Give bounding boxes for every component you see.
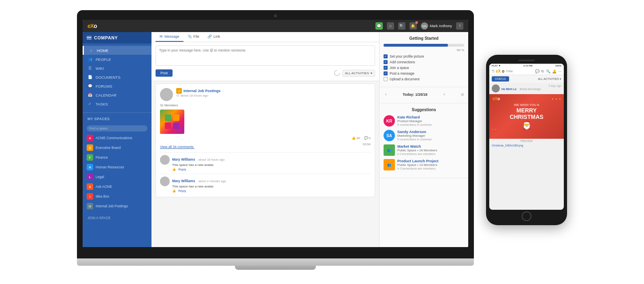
laptop-camera <box>274 14 277 17</box>
space-idea-box[interactable]: I Idea Box <box>83 191 151 201</box>
post-button[interactable]: Post <box>156 69 173 77</box>
suggestion-name[interactable]: Sandy Anderson <box>397 130 432 134</box>
christmas-text: WE WISH YOU A MERRY CHRISTMAS <box>510 103 543 120</box>
phone-home-button[interactable] <box>522 211 531 221</box>
activity-author: Internal Job Postings <box>183 89 221 93</box>
nav-item-people[interactable]: 👥 PEOPLE <box>83 55 151 64</box>
refresh-icon[interactable] <box>333 69 341 77</box>
chat-icon[interactable]: 💬 <box>375 22 383 30</box>
space-avatar: E <box>87 144 93 151</box>
nav-item-wiki[interactable]: ☰ WIKI <box>83 64 151 73</box>
tab-message[interactable]: ✉ Message <box>156 32 183 42</box>
checklist-item: Upload a document <box>384 77 464 81</box>
suggestion-name[interactable]: Product Launch Project <box>397 159 439 163</box>
phone-more-icon[interactable]: ··· <box>558 69 561 73</box>
space-avatar: L <box>87 174 93 180</box>
phone-tribe-label: Tribe <box>505 69 513 73</box>
app-body: COMPANY ⌂ HOME 👥 PEOPLE <box>83 32 468 247</box>
tab-link[interactable]: 🔗 Link <box>203 32 224 42</box>
like-icon: 👍 <box>352 136 356 140</box>
phone-bell-icon[interactable]: 🔔 <box>552 69 557 73</box>
activities-filter[interactable]: ALL ACTIVITIES ▾ <box>342 70 375 77</box>
user-name: Mark Anthony <box>430 24 452 28</box>
space-hr[interactable]: H Human Resources <box>83 162 151 172</box>
space-internal-job[interactable]: IJ Internal Job Postings <box>83 201 151 211</box>
space-executive-board[interactable]: E Executive Board <box>83 143 151 153</box>
getting-started-title: Getting Started <box>384 36 464 41</box>
space-avatar: IJ <box>87 203 93 209</box>
phone-topbar: ☰ eXo Tribe 💬 ↻ 🔍 🔔 ··· <box>489 68 564 75</box>
suggestion-name[interactable]: Market Watch <box>397 144 437 148</box>
help-icon[interactable]: ? <box>456 22 463 30</box>
phone-post-space: Brand and Design <box>520 88 541 90</box>
checklist-label: Post a message <box>390 71 414 75</box>
phone-feed: Ha Minh Le · Brand and Design 3 days ago… <box>489 83 564 210</box>
tab-file[interactable]: 📎 File <box>183 32 204 42</box>
exo-watermark: eXo <box>493 97 500 101</box>
comments-count: 32/34 <box>363 142 371 146</box>
nav-item-tasks[interactable]: ✓ TASKS <box>83 99 151 108</box>
search-icon[interactable]: 🔍 <box>398 22 405 30</box>
nav-item-label: WIKI <box>96 66 104 71</box>
calendar-grid-icon[interactable]: ⊞ <box>461 93 464 97</box>
phone-hamburger[interactable]: ☰ <box>492 69 495 73</box>
merry-text: MERRY <box>510 108 543 114</box>
activity-author-row: IJ Internal Job Postings <box>176 88 371 94</box>
logo-ex: eX <box>87 23 94 29</box>
comment-time: about 2 minutes ago <box>198 179 226 183</box>
phone-filter[interactable]: ALL ACTIVITIES ▾ <box>538 77 561 81</box>
compose-tabs: ✉ Message 📎 File 🔗 Link <box>151 32 379 42</box>
laptop-screen: eXo 💬 ☺ 🔍 🔔 3 MA Mark Anthony <box>77 10 474 258</box>
suggestion-detail: 0 Connections are members <box>397 152 437 156</box>
avatar: MA <box>421 22 428 30</box>
space-search-input[interactable] <box>87 125 147 131</box>
suggestions-title: Suggestions <box>384 108 464 112</box>
tab-link-label: Link <box>213 34 220 39</box>
app-screen: eXo 💬 ☺ 🔍 🔔 3 MA Mark Anthony <box>83 20 468 247</box>
comment-avatar <box>160 176 170 186</box>
phone-tab-status[interactable]: STATUS <box>492 76 509 82</box>
link-tab-icon: 🔗 <box>207 34 212 39</box>
calendar-icon: 📅 <box>87 93 92 97</box>
activity-stats: 👍 34 💬 0 <box>160 136 371 140</box>
space-acme-communications[interactable]: A ACME Communications <box>83 133 151 143</box>
phone-chat-icon[interactable]: 💬 <box>535 69 540 73</box>
space-avatar: I <box>87 193 93 200</box>
comments-count-stat: 0 <box>369 136 371 140</box>
emoji-icon[interactable]: ☺ <box>387 22 394 30</box>
nav-item-forums[interactable]: 💬 FORUMS <box>83 82 151 90</box>
carrier: PLAY ▼ <box>492 65 501 67</box>
compose-body: Post ALL ACTIVITIES ▾ <box>151 42 379 81</box>
suggestion-name[interactable]: Kate Richard <box>397 115 432 119</box>
nav-item-documents[interactable]: 📄 DOCUMENTS <box>83 73 151 82</box>
member-badge: 31 Members <box>160 103 371 107</box>
calendar-prev[interactable]: ‹ <box>384 91 388 97</box>
hamburger-menu[interactable] <box>87 36 92 40</box>
calendar-next[interactable]: › <box>442 91 446 97</box>
logo-o: o <box>94 23 97 29</box>
nav-item-home[interactable]: ⌂ HOME <box>83 46 151 55</box>
suggestion-info: Kate Richard Product Manager 5 connectio… <box>397 115 432 127</box>
reply-link[interactable]: Reply <box>178 168 186 171</box>
right-panel: Getting Started 80 % Set your profile pi… <box>379 32 468 247</box>
checklist-label: Upload a document <box>390 77 420 81</box>
checklist-item: Set your profile picture <box>384 54 464 58</box>
activity-meta: IJ Internal Job Postings ⏱ about 18 hour… <box>176 88 371 97</box>
space-ask-acme[interactable]: A Ask ACME <box>83 182 151 191</box>
space-finance[interactable]: F Finance <box>83 153 151 162</box>
comment-author: Mary Williams <box>172 157 195 161</box>
compose-input[interactable] <box>156 45 375 66</box>
view-comments-link[interactable]: View all 34 comments. <box>160 145 194 149</box>
chevron-down-icon: ▾ <box>371 71 372 75</box>
checklist-label: Join a space <box>390 66 409 70</box>
space-name: Idea Box <box>96 194 109 198</box>
phone-tabs: STATUS ALL ACTIVITIES ▾ <box>489 75 564 83</box>
phone-search-icon[interactable]: 🔍 <box>546 69 550 73</box>
bell-wrapper: 🔔 3 <box>409 22 417 30</box>
join-space-link[interactable]: JOIN A SPACE <box>83 211 151 223</box>
reply-link[interactable]: Reply <box>178 189 186 193</box>
phone-refresh-icon[interactable]: ↻ <box>541 69 544 73</box>
nav-item-calendar[interactable]: 📅 CALENDAR <box>83 90 151 99</box>
space-legal[interactable]: L Legal <box>83 172 151 182</box>
my-spaces-title: MY SPACES <box>83 114 151 122</box>
